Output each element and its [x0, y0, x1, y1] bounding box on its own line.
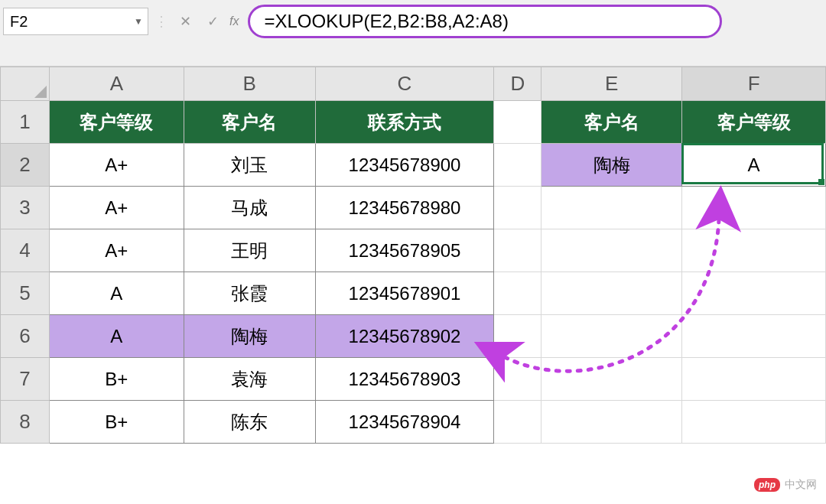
- cell-D4[interactable]: [494, 229, 541, 272]
- cell-C7[interactable]: 12345678903: [315, 358, 494, 401]
- col-head-D[interactable]: D: [494, 67, 541, 101]
- cell-B8[interactable]: 陈东: [184, 401, 315, 444]
- row-head-3[interactable]: 3: [1, 187, 50, 229]
- cell-D3[interactable]: [494, 187, 541, 229]
- cell-F3[interactable]: [682, 187, 826, 229]
- spreadsheet-grid: A B C D E F 1 客户等级 客户名 联系方式 客户名 客户等级 2 A…: [0, 67, 826, 444]
- cell-D7[interactable]: [494, 358, 541, 401]
- cell-E5[interactable]: [541, 272, 682, 315]
- cell-E4[interactable]: [541, 229, 682, 272]
- name-box-value: F2: [10, 13, 28, 31]
- row-head-7[interactable]: 7: [1, 358, 50, 401]
- cell-D1[interactable]: [494, 101, 541, 144]
- table-row: 2 A+ 刘玉 12345678900 陶梅 A: [1, 144, 826, 187]
- watermark-text: 中文网: [785, 478, 817, 492]
- cell-A2[interactable]: A+: [49, 144, 184, 187]
- cell-E8[interactable]: [541, 401, 682, 444]
- table-row: 8 B+ 陈东 12345678904: [1, 401, 826, 444]
- header-name[interactable]: 客户名: [184, 101, 315, 144]
- cell-A6[interactable]: A: [49, 315, 184, 358]
- chevron-down-icon[interactable]: ▼: [134, 16, 143, 27]
- cell-F6[interactable]: [682, 315, 826, 358]
- table-row: 1 客户等级 客户名 联系方式 客户名 客户等级: [1, 101, 826, 144]
- col-head-C[interactable]: C: [315, 67, 494, 101]
- cell-E7[interactable]: [541, 358, 682, 401]
- cell-E3[interactable]: [541, 187, 682, 229]
- cell-A7[interactable]: B+: [49, 358, 184, 401]
- cell-B2[interactable]: 刘玉: [184, 144, 315, 187]
- cell-B4[interactable]: 王明: [184, 229, 315, 272]
- cell-B7[interactable]: 袁海: [184, 358, 315, 401]
- cell-E2-lookup-name[interactable]: 陶梅: [541, 144, 682, 187]
- confirm-formula-icon[interactable]: ✓: [202, 11, 223, 32]
- cell-C5[interactable]: 12345678901: [315, 272, 494, 315]
- cell-C6[interactable]: 12345678902: [315, 315, 494, 358]
- cell-B5[interactable]: 张霞: [184, 272, 315, 315]
- cell-A4[interactable]: A+: [49, 229, 184, 272]
- table-row: 3 A+ 马成 12345678980: [1, 187, 826, 229]
- cell-F7[interactable]: [682, 358, 826, 401]
- cell-A3[interactable]: A+: [49, 187, 184, 229]
- watermark-badge: php: [754, 478, 780, 492]
- col-head-E[interactable]: E: [541, 67, 682, 101]
- row-head-6[interactable]: 6: [1, 315, 50, 358]
- formula-text: =XLOOKUP(E2,B2:B8,A2:A8): [264, 11, 509, 32]
- row-head-8[interactable]: 8: [1, 401, 50, 444]
- cell-C4[interactable]: 12345678905: [315, 229, 494, 272]
- cell-F2-lookup-result[interactable]: A: [682, 144, 826, 187]
- table-row: 6 A 陶梅 12345678902: [1, 315, 826, 358]
- table-row: 5 A 张霞 12345678901: [1, 272, 826, 315]
- fx-icon[interactable]: fx: [229, 15, 239, 28]
- cell-E6[interactable]: [541, 315, 682, 358]
- name-box[interactable]: F2 ▼: [3, 8, 148, 35]
- row-head-1[interactable]: 1: [1, 101, 50, 144]
- header-grade[interactable]: 客户等级: [49, 101, 184, 144]
- col-head-F[interactable]: F: [682, 67, 826, 101]
- cell-A5[interactable]: A: [49, 272, 184, 315]
- col-head-B[interactable]: B: [184, 67, 315, 101]
- cell-A8[interactable]: B+: [49, 401, 184, 444]
- cell-D6[interactable]: [494, 315, 541, 358]
- cell-C8[interactable]: 12345678904: [315, 401, 494, 444]
- cell-F4[interactable]: [682, 229, 826, 272]
- sheet-table: A B C D E F 1 客户等级 客户名 联系方式 客户名 客户等级 2 A…: [0, 67, 826, 444]
- formula-bar: F2 ▼ ⋮ ✕ ✓ fx =XLOOKUP(E2,B2:B8,A2:A8): [0, 0, 826, 67]
- cell-C2[interactable]: 12345678900: [315, 144, 494, 187]
- cell-F5[interactable]: [682, 272, 826, 315]
- row-head-5[interactable]: 5: [1, 272, 50, 315]
- row-head-2[interactable]: 2: [1, 144, 50, 187]
- divider-icon: ⋮: [154, 13, 168, 30]
- header-lookup-grade[interactable]: 客户等级: [682, 101, 826, 144]
- cancel-formula-icon[interactable]: ✕: [174, 11, 196, 32]
- row-head-4[interactable]: 4: [1, 229, 50, 272]
- table-row: 4 A+ 王明 12345678905: [1, 229, 826, 272]
- formula-input[interactable]: =XLOOKUP(E2,B2:B8,A2:A8): [248, 5, 722, 38]
- table-row: 7 B+ 袁海 12345678903: [1, 358, 826, 401]
- cell-D8[interactable]: [494, 401, 541, 444]
- cell-B6[interactable]: 陶梅: [184, 315, 315, 358]
- cell-C3[interactable]: 12345678980: [315, 187, 494, 229]
- watermark: php 中文网: [754, 478, 817, 492]
- header-phone[interactable]: 联系方式: [315, 101, 494, 144]
- header-lookup-name[interactable]: 客户名: [541, 101, 682, 144]
- col-head-A[interactable]: A: [49, 67, 184, 101]
- column-header-row: A B C D E F: [1, 67, 826, 101]
- select-all-corner[interactable]: [1, 67, 50, 101]
- cell-B3[interactable]: 马成: [184, 187, 315, 229]
- cell-F8[interactable]: [682, 401, 826, 444]
- cell-D5[interactable]: [494, 272, 541, 315]
- cell-D2[interactable]: [494, 144, 541, 187]
